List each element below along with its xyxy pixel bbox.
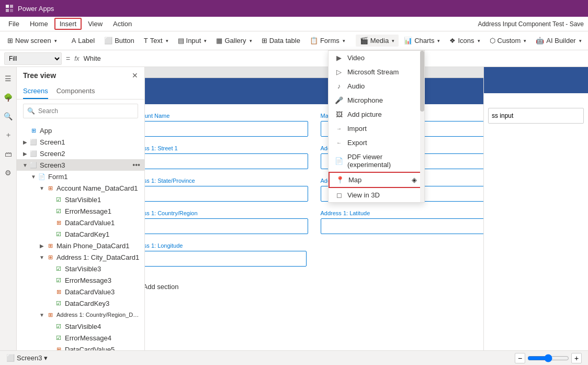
equals-sign: = [66, 54, 70, 63]
list-item[interactable]: ☑ ErrorMessage4 [17, 332, 144, 344]
custom-button[interactable]: ⬡ Custom ▾ [485, 35, 531, 47]
media-button[interactable]: 🎬 Media ▾ [356, 35, 399, 47]
input-chevron: ▾ [204, 38, 207, 43]
left-icon-plus[interactable]: ＋ [1, 128, 16, 142]
dropdown-item-export[interactable]: ← Export [329, 136, 424, 150]
dropdown-item-label: Add picture [347, 110, 382, 118]
media-icon: 🎬 [360, 37, 368, 45]
tree-item-label: DataCardValue5 [65, 346, 140, 351]
left-icon-data[interactable]: 🗃 [1, 147, 16, 161]
button-button[interactable]: ⬜ Button [100, 35, 139, 47]
form-field-street1: Address 1: Street 1 [145, 145, 308, 169]
list-item[interactable]: ⊞ App [17, 125, 144, 136]
input-button[interactable]: ▤ Input ▾ [174, 35, 211, 47]
list-item[interactable]: ⊞ DataCardValue5 [17, 344, 144, 350]
gallery-button[interactable]: ▦ Gallery ▾ [212, 35, 256, 47]
list-item[interactable]: ▶ ⊞ Main Phone_DataCard1 [17, 240, 144, 251]
check-icon: ☑ [54, 276, 63, 284]
menu-file[interactable]: File [4, 19, 24, 29]
check-icon: ☑ [54, 195, 63, 204]
bottom-screen-info: ⬜ Screen3 ▾ [6, 354, 48, 362]
menu-home[interactable]: Home [26, 19, 52, 29]
new-screen-button[interactable]: ⊞ New screen ▾ [3, 35, 61, 47]
dropdown-item-add-picture[interactable]: 🖼 Add picture [329, 107, 424, 121]
ai-builder-button[interactable]: 🤖 AI Builder ▾ [532, 35, 585, 47]
list-item[interactable]: ▶ ⬜ Screen1 [17, 136, 144, 148]
list-item[interactable]: ▼ ⊞ Address 1: Country/Region_DataC... [17, 309, 144, 320]
list-item[interactable]: ▼ ⊞ Account Name_DataCard1 [17, 182, 144, 194]
tab-components[interactable]: Components [56, 84, 95, 99]
sidebar-content: ⊞ App ▶ ⬜ Screen1 ▶ ⬜ Screen2 ▼ ⬜ Screen… [17, 123, 144, 350]
zoom-slider[interactable] [527, 354, 569, 362]
dropdown-item-microphone[interactable]: 🎤 Microphone [329, 93, 424, 107]
list-item[interactable]: ▼ ⊞ Address 1: City_DataCard1 [17, 251, 144, 263]
zoom-plus-button[interactable]: + [571, 353, 582, 363]
list-item[interactable]: ▶ ⬜ Screen2 [17, 148, 144, 159]
icons-button[interactable]: ❖ Icons ▾ [445, 35, 484, 47]
address-input-field[interactable] [488, 108, 584, 124]
data-table-button[interactable]: ⊞ Data table [257, 35, 304, 47]
dropdown-item-import[interactable]: → Import [329, 121, 424, 136]
menu-view[interactable]: View [84, 19, 107, 29]
sidebar-title: Tree view [23, 71, 56, 80]
menu-action[interactable]: Action [109, 19, 136, 29]
list-item[interactable]: ☑ StarVisible1 [17, 194, 144, 205]
list-item[interactable]: ⊞ DataCardValue3 [17, 286, 144, 297]
datacard-icon: ⊞ [54, 287, 63, 296]
add-section-label: Add section [145, 283, 178, 291]
add-section-button[interactable]: + Add section [145, 275, 483, 298]
gallery-chevron: ▾ [250, 38, 252, 43]
tab-screens[interactable]: Screens [23, 84, 48, 99]
left-icon-search[interactable]: 🔍 [1, 109, 16, 124]
field-input-street1[interactable] [145, 153, 308, 169]
list-item[interactable]: ☑ ErrorMessage1 [17, 205, 144, 217]
tree-item-label: DataCardValue3 [65, 288, 140, 296]
chevron-icon: ▶ [38, 243, 46, 249]
dropdown-item-stream[interactable]: ▷ Microsoft Stream [329, 65, 424, 79]
dropdown-item-pdf[interactable]: 📄 PDF viewer (experimental) [329, 150, 424, 172]
list-item[interactable]: ☑ StarVisible4 [17, 320, 144, 332]
list-item[interactable]: ☑ StarVisible3 [17, 263, 144, 274]
dropdown-item-audio[interactable]: ♪ Audio [329, 79, 424, 93]
left-icon-tree[interactable]: 🌳 [1, 90, 16, 105]
fill-select[interactable]: Fill [4, 52, 62, 65]
field-input-longitude[interactable] [145, 251, 307, 267]
field-input-country[interactable] [145, 218, 308, 234]
field-input-account-name[interactable] [145, 121, 308, 137]
dropdown-item-label: Audio [347, 82, 365, 90]
charts-icon: 📊 [404, 37, 412, 45]
custom-icon: ⬡ [490, 37, 495, 45]
zoom-control: − + [515, 353, 582, 363]
zoom-minus-button[interactable]: − [515, 353, 525, 363]
label-button[interactable]: A Label [67, 35, 99, 47]
dropdown-item-label: Map [348, 176, 361, 184]
forms-button[interactable]: 📋 Forms ▾ [306, 35, 349, 47]
charts-button[interactable]: 📊 Charts ▾ [400, 35, 444, 47]
list-item[interactable]: ▼ ⬜ Screen3 ••• [17, 159, 144, 171]
tree-search-input[interactable] [23, 104, 138, 118]
bottom-right-controls: − + [515, 353, 582, 363]
forms-icon: 📋 [310, 37, 318, 45]
dropdown-item-3d[interactable]: ◻ View in 3D [329, 188, 424, 202]
field-input-latitude[interactable] [321, 218, 484, 234]
sidebar-close-button[interactable]: ✕ [132, 71, 138, 80]
map-icon: 📍 [336, 176, 344, 184]
text-button[interactable]: T Text ▾ [140, 35, 173, 47]
tree-item-label: DataCardKey1 [65, 230, 140, 238]
tree-item-label: Address 1: Country/Region_DataC... [56, 312, 140, 318]
list-item[interactable]: ☑ ErrorMessage3 [17, 274, 144, 286]
more-options-icon[interactable]: ••• [132, 161, 140, 169]
title-bar: Power Apps [0, 0, 588, 17]
left-icon-settings[interactable]: ⚙ [1, 165, 16, 180]
menu-insert[interactable]: Insert [54, 18, 82, 30]
dropdown-item-video[interactable]: ▶ Video [329, 51, 424, 65]
list-item[interactable]: ⊞ DataCardValue1 [17, 217, 144, 228]
list-item[interactable]: ▼ 📄 Form1 [17, 171, 144, 182]
list-item[interactable]: ☑ DataCardKey1 [17, 228, 144, 240]
svg-rect-1 [10, 5, 13, 8]
dropdown-item-map[interactable]: 📍 Map ◈ [329, 172, 424, 188]
dropdown-scrollbar[interactable] [420, 51, 424, 202]
field-input-state[interactable] [145, 186, 308, 202]
list-item[interactable]: ☑ DataCardKey3 [17, 297, 144, 309]
left-icon-menu[interactable]: ☰ [1, 71, 16, 86]
